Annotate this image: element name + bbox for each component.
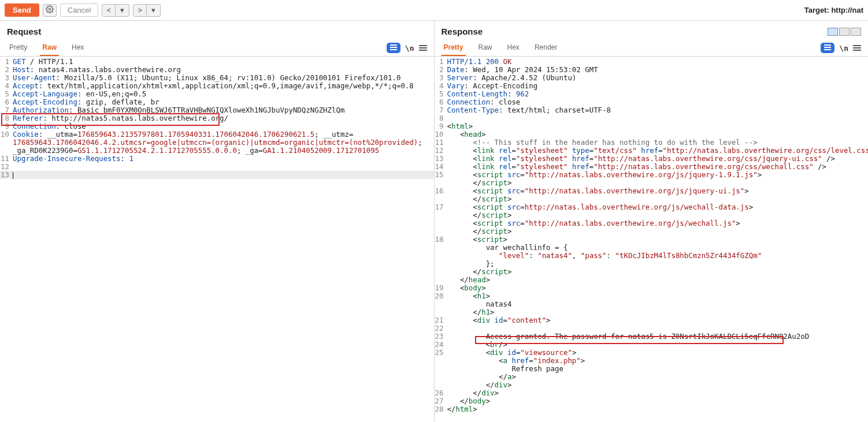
code-line[interactable]: 11Upgrade-Insecure-Requests: 1	[0, 155, 434, 163]
code-line[interactable]: 10Cookie: __utma=176859643.2135797801.17…	[0, 130, 434, 139]
code-line[interactable]: 18 <script>	[435, 236, 869, 244]
history-prev-menu-button[interactable]: ▾	[116, 4, 129, 17]
code-line[interactable]: 6Accept-Encoding: gzip, deflate, br	[0, 98, 434, 106]
code-line[interactable]: natas4	[435, 300, 869, 308]
code-line[interactable]: <a href="index.php">	[435, 357, 869, 365]
code-line[interactable]: </script>	[435, 195, 869, 203]
code-line[interactable]: 28</html>	[435, 405, 869, 413]
code-line[interactable]: 12 <link rel="stylesheet" type="text/css…	[435, 147, 869, 155]
request-editor[interactable]: 1GET / HTTP/1.12Host: natas4.natas.labs.…	[0, 57, 434, 422]
code-line[interactable]: 20 <h1>	[435, 292, 869, 300]
code-line[interactable]: 25 <div id="viewsource">	[435, 349, 869, 357]
code-line[interactable]: _ga_RD0K2239G0=GS1.1.1712705524.2.1.1712…	[0, 147, 434, 155]
code-line[interactable]: </script>	[435, 227, 869, 236]
code-line[interactable]: </script>	[435, 179, 869, 187]
code-line[interactable]: 1HTTP/1.1 200 OK	[435, 58, 869, 66]
settings-button[interactable]	[43, 4, 57, 17]
code-line[interactable]: </div>	[435, 381, 869, 389]
code-line[interactable]: 12	[0, 163, 434, 171]
line-number	[435, 373, 447, 381]
code-line[interactable]: 6Connection: close	[435, 98, 869, 106]
history-prev-button[interactable]: <	[102, 4, 116, 17]
code-line[interactable]: 26 </div>	[435, 389, 869, 397]
code-line[interactable]: 11 <!-- This stuff in the header has not…	[435, 139, 869, 147]
code-line[interactable]: 7Authorization: Basic bmF0YXM0OnBLSWJ6TT…	[0, 106, 434, 114]
line-number: 1	[435, 58, 447, 66]
code-line[interactable]: </script>	[435, 268, 869, 276]
code-line[interactable]: 27 </body>	[435, 397, 869, 405]
code-content: _ga_RD0K2239G0=GS1.1.1712705524.2.1.1712…	[13, 147, 434, 155]
code-line[interactable]: 4Vary: Accept-Encoding	[435, 82, 869, 90]
code-line[interactable]: 176859643.1706042046.4.2.utmcsr=google|u…	[0, 139, 434, 147]
code-line[interactable]: 8	[435, 114, 869, 122]
code-line[interactable]: 5Accept-Language: en-US,en;q=0.5	[0, 90, 434, 98]
code-line[interactable]: 8Referer: http://natas5.natas.labs.overt…	[0, 114, 434, 122]
code-line[interactable]: 9<html>	[435, 122, 869, 130]
code-line[interactable]: 14 <link rel="stylesheet" href="http://n…	[435, 163, 869, 171]
code-line[interactable]: 13	[0, 171, 434, 179]
code-line[interactable]: 3User-Agent: Mozilla/5.0 (X11; Ubuntu; L…	[0, 74, 434, 82]
code-line[interactable]: Refresh page	[435, 365, 869, 373]
show-newlines-button[interactable]: \n	[839, 44, 848, 53]
code-line[interactable]: };	[435, 260, 869, 268]
code-line[interactable]: 24 <br/>	[435, 341, 869, 349]
actions-button[interactable]	[821, 43, 834, 53]
code-line[interactable]: 15 <script src="http://natas.labs.overth…	[435, 171, 869, 179]
code-line[interactable]: 17 <script src=http://natas.labs.overthe…	[435, 203, 869, 211]
actions-button[interactable]	[387, 43, 400, 53]
code-line[interactable]: </script>	[435, 211, 869, 219]
code-content: </script>	[447, 179, 869, 187]
code-content: </script>	[447, 211, 869, 219]
code-line[interactable]: 23 Access granted. The password for nata…	[435, 333, 869, 341]
code-line[interactable]: 2Date: Wed, 10 Apr 2024 15:53:02 GMT	[435, 66, 869, 74]
code-line[interactable]: 21 <div id="content">	[435, 316, 869, 324]
code-line[interactable]: var wechallinfo = {	[435, 244, 869, 252]
code-line[interactable]: <script src="http://natas.labs.overthewi…	[435, 219, 869, 227]
line-number: 15	[435, 171, 447, 179]
code-line[interactable]: 22	[435, 324, 869, 333]
line-number: 4	[435, 82, 447, 90]
code-line[interactable]: 13 <link rel="stylesheet" href="http://n…	[435, 155, 869, 163]
cancel-button[interactable]: Cancel	[60, 3, 98, 17]
code-line[interactable]: </a>	[435, 373, 869, 381]
code-content: Referer: http://natas5.natas.labs.overth…	[13, 114, 434, 122]
code-content: <!-- This stuff in the header has nothin…	[447, 139, 869, 147]
layout-tabs-button[interactable]	[851, 28, 861, 36]
tab-hex[interactable]: Hex	[69, 40, 86, 56]
tab-pretty[interactable]: Pretty	[7, 40, 29, 56]
code-line[interactable]: "level": "natas4", "pass": "tKOcJIbzM4lT…	[435, 252, 869, 260]
line-number: 9	[0, 122, 13, 130]
code-line[interactable]: 5Content-Length: 962	[435, 90, 869, 98]
tab-raw[interactable]: Raw	[476, 40, 495, 56]
show-newlines-button[interactable]: \n	[405, 44, 414, 53]
code-line[interactable]: </head>	[435, 276, 869, 284]
layout-columns-button[interactable]	[828, 28, 838, 36]
code-line[interactable]: </h1>	[435, 308, 869, 316]
tab-hex[interactable]: Hex	[505, 40, 522, 56]
response-editor[interactable]: 1HTTP/1.1 200 OK2Date: Wed, 10 Apr 2024 …	[435, 57, 869, 422]
line-number	[435, 219, 447, 227]
code-content: "level": "natas4", "pass": "tKOcJIbzM4lT…	[447, 252, 869, 260]
code-line[interactable]: 1GET / HTTP/1.1	[0, 58, 434, 66]
tab-pretty[interactable]: Pretty	[442, 40, 466, 56]
line-number: 18	[435, 236, 447, 244]
code-line[interactable]: 7Content-Type: text/html; charset=UTF-8	[435, 106, 869, 114]
code-line[interactable]: 10 <head>	[435, 130, 869, 139]
request-title: Request	[7, 27, 41, 36]
code-line[interactable]: 9Connection: close	[0, 122, 434, 130]
code-line[interactable]: 2Host: natas4.natas.labs.overthewire.org	[0, 66, 434, 74]
send-button[interactable]: Send	[5, 3, 39, 17]
code-line[interactable]: 3Server: Apache/2.4.52 (Ubuntu)	[435, 74, 869, 82]
tab-raw[interactable]: Raw	[40, 40, 59, 56]
code-line[interactable]: 16 <script src="http://natas.labs.overth…	[435, 187, 869, 195]
code-line[interactable]: 19 <body>	[435, 284, 869, 292]
history-next-button[interactable]: >	[133, 4, 147, 17]
editor-menu-button[interactable]	[419, 44, 427, 52]
layout-rows-button[interactable]	[839, 28, 850, 36]
editor-menu-button[interactable]	[853, 44, 861, 52]
history-next-menu-button[interactable]: ▾	[147, 4, 161, 17]
code-content: Vary: Accept-Encoding	[447, 82, 869, 90]
code-content: Host: natas4.natas.labs.overthewire.org	[13, 66, 434, 74]
tab-render[interactable]: Render	[532, 40, 559, 56]
code-line[interactable]: 4Accept: text/html,application/xhtml+xml…	[0, 82, 434, 90]
